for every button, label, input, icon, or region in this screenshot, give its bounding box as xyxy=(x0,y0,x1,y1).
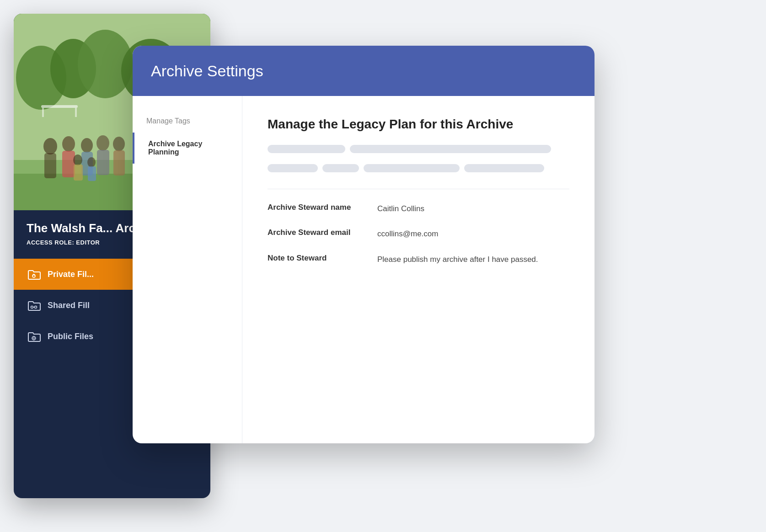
modal-content-area: Manage the Legacy Plan for this Archive xyxy=(242,96,595,443)
skeleton-loader xyxy=(268,145,569,172)
svg-rect-10 xyxy=(75,108,77,117)
private-folder-icon xyxy=(27,267,41,282)
skeleton-5 xyxy=(364,164,460,172)
modal-body: Manage Tags Archive Legacy Planning Mana… xyxy=(133,96,595,443)
nav-label-private: Private Fil... xyxy=(48,270,94,279)
nav-label-public: Public Files xyxy=(48,332,93,341)
svg-rect-18 xyxy=(97,150,109,175)
steward-name-value: Caitlin Collins xyxy=(377,203,424,215)
svg-point-23 xyxy=(87,157,96,167)
steward-note-label: Note to Steward xyxy=(268,254,368,263)
steward-name-row: Archive Steward name Caitlin Collins xyxy=(268,203,569,215)
steward-email-row: Archive Steward email ccollins@me.com xyxy=(268,228,569,240)
svg-point-13 xyxy=(62,136,75,152)
content-heading: Manage the Legacy Plan for this Archive xyxy=(268,117,569,132)
svg-point-17 xyxy=(96,135,109,151)
steward-note-row: Note to Steward Please publish my archiv… xyxy=(268,254,569,266)
svg-rect-8 xyxy=(41,105,78,108)
steward-email-value: ccollins@me.com xyxy=(377,228,438,240)
nav-archive-legacy[interactable]: Archive Legacy Planning xyxy=(133,133,242,164)
svg-rect-9 xyxy=(42,108,44,117)
skeleton-2 xyxy=(350,145,551,153)
steward-name-label: Archive Steward name xyxy=(268,203,368,212)
skeleton-4 xyxy=(322,164,359,172)
svg-rect-22 xyxy=(74,165,83,181)
svg-point-11 xyxy=(43,138,57,154)
access-role-value: EDITOR xyxy=(76,239,100,246)
svg-rect-14 xyxy=(62,151,75,177)
skeleton-3 xyxy=(268,164,318,172)
modal-title: Archive Settings xyxy=(151,62,263,80)
svg-point-26 xyxy=(31,306,33,309)
nav-label-shared: Shared Fill xyxy=(48,301,90,310)
settings-modal: Archive Settings Manage Tags Archive Leg… xyxy=(133,46,595,443)
skeleton-6 xyxy=(464,164,544,172)
skeleton-1 xyxy=(268,145,345,153)
svg-rect-12 xyxy=(44,153,56,178)
steward-note-value: Please publish my archive after I have p… xyxy=(377,254,538,266)
modal-nav: Manage Tags Archive Legacy Planning xyxy=(133,96,242,443)
public-folder-icon xyxy=(27,329,41,344)
svg-point-15 xyxy=(81,138,93,153)
shared-folder-icon xyxy=(27,298,41,313)
content-divider xyxy=(268,189,569,189)
svg-rect-24 xyxy=(88,166,96,181)
svg-point-21 xyxy=(73,154,82,165)
nav-manage-tags[interactable]: Manage Tags xyxy=(133,110,242,133)
svg-point-19 xyxy=(113,137,125,151)
modal-header: Archive Settings xyxy=(133,46,595,96)
svg-point-27 xyxy=(35,306,37,309)
svg-rect-20 xyxy=(113,150,125,176)
steward-email-label: Archive Steward email xyxy=(268,228,368,237)
